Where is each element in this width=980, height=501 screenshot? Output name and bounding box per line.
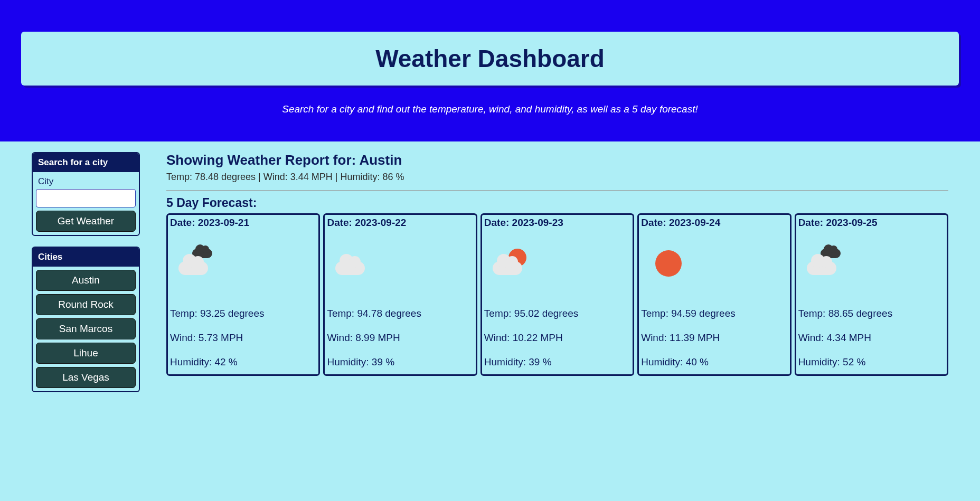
forecast-title: 5 Day Forecast: — [166, 196, 948, 210]
city-history-button[interactable]: San Marcos — [36, 318, 136, 339]
forecast-card: Date: 2023-09-21Temp: 93.25 degreesWind:… — [166, 213, 320, 376]
sidebar: Search for a city City Get Weather Citie… — [32, 152, 140, 403]
forecast-icon-wrap — [641, 232, 787, 295]
report-title: Showing Weather Report for: Austin — [166, 152, 948, 168]
forecast-humidity: Humidity: 40 % — [641, 356, 787, 368]
forecast-wind: Wind: 4.34 MPH — [798, 332, 945, 344]
city-history-button[interactable]: Lihue — [36, 343, 136, 364]
cloud-icon — [335, 249, 373, 278]
city-history-button[interactable]: Las Vegas — [36, 367, 136, 388]
cities-list: AustinRound RockSan MarcosLihueLas Vegas — [33, 267, 139, 391]
current-conditions: Temp: 78.48 degrees | Wind: 3.44 MPH | H… — [166, 172, 948, 183]
forecast-temp: Temp: 94.78 degrees — [327, 308, 473, 319]
forecast-date: Date: 2023-09-23 — [484, 217, 630, 229]
cities-panel-title: Cities — [33, 248, 139, 267]
forecast-temp: Temp: 88.65 degrees — [798, 308, 945, 319]
forecast-temp: Temp: 94.59 degrees — [641, 308, 787, 319]
forecast-card: Date: 2023-09-25Temp: 88.65 degreesWind:… — [795, 213, 948, 376]
city-history-button[interactable]: Austin — [36, 270, 136, 291]
forecast-date: Date: 2023-09-22 — [327, 217, 473, 229]
forecast-card: Date: 2023-09-24Temp: 94.59 degreesWind:… — [637, 213, 791, 376]
forecast-icon-wrap — [484, 232, 630, 295]
forecast-icon-wrap — [170, 232, 316, 295]
main-report: Showing Weather Report for: Austin Temp:… — [166, 152, 948, 376]
sun-icon — [649, 249, 687, 278]
search-panel-title: Search for a city — [33, 153, 139, 172]
divider — [166, 190, 948, 191]
city-field-label: City — [36, 175, 136, 189]
cloud-dark-icon — [178, 249, 216, 278]
forecast-humidity: Humidity: 39 % — [484, 356, 630, 368]
page-subtitle: Search for a city and find out the tempe… — [21, 103, 959, 115]
forecast-date: Date: 2023-09-21 — [170, 217, 316, 229]
content-area: Search for a city City Get Weather Citie… — [0, 141, 980, 413]
header: Weather Dashboard Search for a city and … — [0, 0, 980, 141]
forecast-wind: Wind: 10.22 MPH — [484, 332, 630, 344]
forecast-date: Date: 2023-09-24 — [641, 217, 787, 229]
title-banner: Weather Dashboard — [21, 32, 959, 86]
forecast-temp: Temp: 95.02 degrees — [484, 308, 630, 319]
forecast-card: Date: 2023-09-22Temp: 94.78 degreesWind:… — [323, 213, 477, 376]
forecast-wind: Wind: 5.73 MPH — [170, 332, 316, 344]
cloud-sun-icon — [493, 249, 531, 278]
search-panel-body: City Get Weather — [33, 172, 139, 235]
city-input[interactable] — [36, 189, 136, 207]
forecast-humidity: Humidity: 42 % — [170, 356, 316, 368]
forecast-wind: Wind: 8.99 MPH — [327, 332, 473, 344]
search-panel: Search for a city City Get Weather — [32, 152, 140, 236]
forecast-temp: Temp: 93.25 degrees — [170, 308, 316, 319]
forecast-icon-wrap — [327, 232, 473, 295]
forecast-date: Date: 2023-09-25 — [798, 217, 945, 229]
forecast-cards: Date: 2023-09-21Temp: 93.25 degreesWind:… — [166, 213, 948, 376]
forecast-humidity: Humidity: 52 % — [798, 356, 945, 368]
forecast-humidity: Humidity: 39 % — [327, 356, 473, 368]
city-history-button[interactable]: Round Rock — [36, 294, 136, 315]
forecast-wind: Wind: 11.39 MPH — [641, 332, 787, 344]
get-weather-button[interactable]: Get Weather — [36, 211, 136, 232]
forecast-card: Date: 2023-09-23Temp: 95.02 degreesWind:… — [480, 213, 634, 376]
page-title: Weather Dashboard — [34, 44, 946, 73]
cloud-dark-icon — [807, 249, 845, 278]
forecast-icon-wrap — [798, 232, 945, 295]
cities-panel: Cities AustinRound RockSan MarcosLihueLa… — [32, 247, 140, 392]
